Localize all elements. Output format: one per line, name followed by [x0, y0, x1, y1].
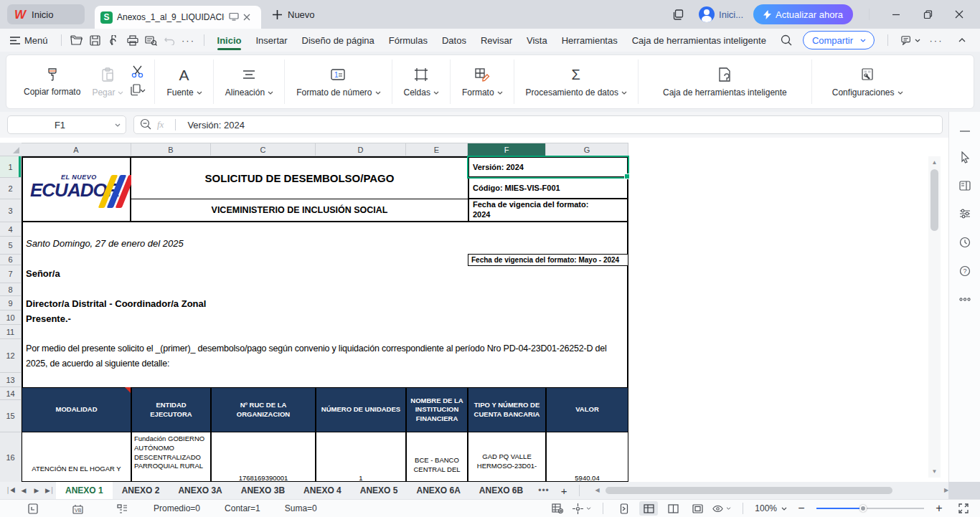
sheet-tab-anexo-6b[interactable]: ANEXO 6B	[470, 482, 532, 499]
menu-item-insertar[interactable]: Insertar	[248, 29, 294, 52]
sheet-tab-anexo-3b[interactable]: ANEXO 3B	[232, 482, 294, 499]
row-header-2[interactable]: 2	[0, 178, 22, 199]
task-pane-icon[interactable]	[957, 178, 973, 194]
scroll-right-icon[interactable]: ▶	[944, 487, 948, 493]
row-header-4[interactable]: 4	[0, 222, 22, 237]
menu-button[interactable]: Menú	[0, 35, 55, 46]
screen-share-icon[interactable]	[229, 12, 239, 23]
menu-item-inicio[interactable]: Inicio	[210, 29, 249, 52]
sheet-canvas[interactable]: A B C D E F G 1 2 3 4 5 6 7 8 9 10 11 12…	[0, 138, 948, 482]
scroll-up-icon[interactable]: ▲	[930, 158, 939, 167]
row-header-3[interactable]: 3	[0, 199, 22, 222]
font-button[interactable]: A Fuente	[162, 65, 205, 99]
print-preview-icon[interactable]	[142, 32, 161, 48]
sheet-tab-anexo-5[interactable]: ANEXO 5	[351, 482, 407, 499]
macro-icon[interactable]: VB	[69, 501, 86, 516]
normal-view-icon[interactable]	[639, 501, 658, 516]
cell-valor[interactable]: 5940.04	[546, 432, 628, 482]
row-header-10[interactable]: 10	[0, 310, 22, 325]
horizontal-scrollbar-thumb[interactable]	[606, 487, 892, 494]
row-header-5[interactable]: 5	[0, 237, 22, 255]
cell-unidades[interactable]: 1	[316, 432, 406, 482]
save-icon[interactable]	[86, 32, 105, 48]
format-button[interactable]: Formato	[458, 65, 507, 99]
document-subtitle-cell[interactable]: VICEMINISTERIO DE INCLUSIÓN SOCIAL	[131, 199, 468, 222]
sheet-tab-anexo-1[interactable]: ANEXO 1	[56, 482, 113, 499]
row-header-13[interactable]: 13	[0, 373, 22, 387]
table-header-entidad[interactable]: ENTIDAD EJECUTORA	[131, 387, 211, 432]
ruler-toggle-icon[interactable]	[957, 123, 973, 139]
sheet-tab-anexo-6a[interactable]: ANEXO 6A	[407, 482, 469, 499]
zoom-slider-handle[interactable]	[859, 505, 867, 512]
column-header-f-selected[interactable]: F	[468, 143, 546, 156]
zoom-formula-icon[interactable]	[140, 118, 151, 132]
previous-sheet-icon[interactable]: ◀	[17, 484, 30, 497]
column-header-e[interactable]: E	[406, 143, 468, 156]
row-header-7[interactable]: 7	[0, 265, 22, 283]
smart-toolbox-button[interactable]: Caja de herramientas inteligente	[659, 65, 791, 99]
settings-button[interactable]: Configuraciones	[828, 65, 907, 99]
body-text[interactable]: Por medio del presente solicito el _(pri…	[26, 341, 626, 371]
minimize-button[interactable]	[885, 4, 907, 25]
row-header-15[interactable]: 15	[0, 400, 22, 432]
next-sheet-icon[interactable]: ▶	[30, 484, 43, 497]
more-options-icon[interactable]: ···	[927, 32, 946, 48]
mobile-view-icon[interactable]	[615, 501, 633, 516]
search-icon[interactable]	[777, 32, 796, 48]
scroll-left-icon[interactable]: ◀	[595, 487, 600, 493]
validity-cell[interactable]: Fecha de vigencia del formato: 2024	[468, 199, 628, 222]
collapse-ribbon-icon[interactable]	[953, 32, 971, 48]
account-button[interactable]: Inici...	[699, 6, 743, 22]
cell-cuenta[interactable]: GAD PQ VALLE HERMOSO-23D01-	[468, 432, 546, 482]
add-sheet-icon[interactable]: +	[555, 485, 573, 497]
alignment-button[interactable]: Alineación	[221, 65, 277, 99]
column-header-c[interactable]: C	[211, 143, 316, 156]
sheet-tab-anexo-3a[interactable]: ANEXO 3A	[169, 482, 231, 499]
pan-view-icon[interactable]	[573, 501, 591, 516]
scroll-down-icon[interactable]: ▼	[930, 467, 939, 476]
select-all-corner[interactable]	[0, 143, 22, 156]
cell-entidad[interactable]: Fundación GOBIERNO AUTÓNOMO DESCENTRALIZ…	[131, 432, 211, 482]
menu-item-revisar[interactable]: Revisar	[473, 29, 519, 52]
name-box[interactable]: F1	[7, 115, 126, 134]
cell-institucion[interactable]: BCE - BANCO CENTRAL DEL	[406, 432, 468, 482]
cell-modalidad[interactable]: ATENCIÓN EN EL HOGAR Y	[22, 432, 131, 482]
row-header-12[interactable]: 12	[0, 339, 22, 373]
outline-icon[interactable]	[113, 501, 131, 516]
document-tab[interactable]: S Anexos_1_al_9_LIQUIDACIONE	[95, 6, 261, 29]
column-header-d[interactable]: D	[316, 143, 406, 156]
more-quick-actions-icon[interactable]: ···	[179, 32, 198, 48]
fx-icon[interactable]: fx	[157, 119, 164, 131]
open-folder-icon[interactable]	[67, 32, 86, 48]
first-sheet-icon[interactable]: ⏐◀	[4, 484, 17, 497]
page-break-view-icon[interactable]	[664, 501, 682, 516]
undo-icon[interactable]	[161, 32, 179, 48]
logo-cell[interactable]: EL NUEVO ECUADOR	[22, 156, 131, 222]
menu-item-datos[interactable]: Datos	[435, 29, 473, 52]
row-header-16[interactable]: 16	[0, 432, 22, 482]
city-date-text[interactable]: Santo Domingo, 27 de enero del 2025	[26, 238, 184, 249]
home-tab[interactable]: W Inicio	[7, 4, 85, 24]
row-header-8[interactable]: 8	[0, 283, 22, 296]
menu-item-vista[interactable]: Vista	[519, 29, 555, 52]
row-header-9[interactable]: 9	[0, 296, 22, 310]
table-header-cuenta[interactable]: TIPO Y NÚMERO DE CUENTA BANCARIA	[468, 387, 546, 432]
adjust-settings-icon[interactable]	[957, 206, 973, 222]
comments-icon[interactable]	[901, 32, 920, 48]
zoom-in-icon[interactable]: +	[930, 501, 948, 516]
zoom-level-button[interactable]: 100%	[755, 503, 786, 513]
row-header-1[interactable]: 1	[0, 156, 22, 178]
version-cell-selected[interactable]: Versión: 2024	[468, 156, 628, 178]
formula-input[interactable]: fx Versión: 2024	[133, 115, 943, 134]
table-header-institucion[interactable]: NOMBRE DE LA INSTITUCION FINANCIERA	[406, 387, 468, 432]
horizontal-scrollbar[interactable]: ◀ ▶	[595, 485, 949, 495]
row-header-6[interactable]: 6	[0, 255, 22, 265]
table-header-ruc[interactable]: Nº RUC DE LA ORGANIZACION	[211, 387, 316, 432]
new-tab-button[interactable]: Nuevo	[273, 9, 315, 20]
column-header-g[interactable]: G	[546, 143, 628, 156]
column-header-a[interactable]: A	[22, 143, 131, 156]
recipient-text[interactable]: Director/a Distrital - Coordinador/a Zon…	[26, 298, 206, 309]
cell-ruc[interactable]: 1768169390001	[211, 432, 316, 482]
menu-item-herramientas[interactable]: Herramientas	[555, 29, 625, 52]
close-document-icon[interactable]	[243, 12, 250, 23]
